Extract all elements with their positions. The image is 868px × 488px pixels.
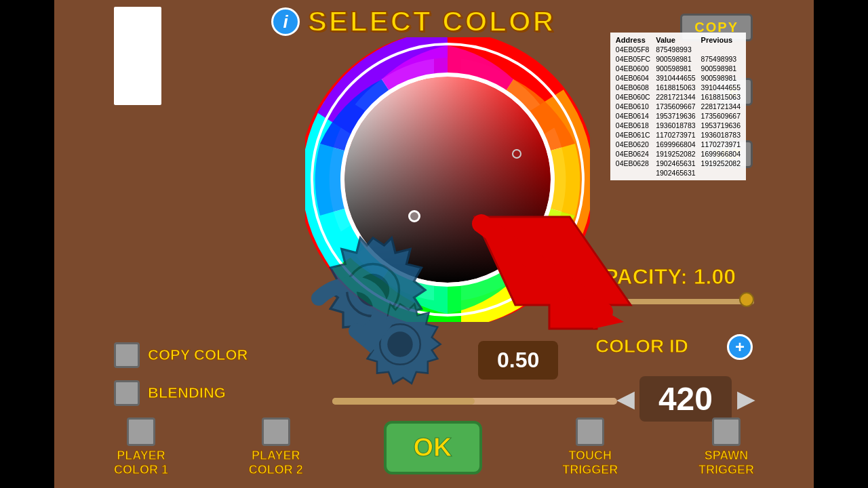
color-id-value: 420: [639, 376, 732, 422]
player-color-1-label: PLAYERCOLOR 1: [114, 449, 168, 478]
memory-cell: 04EB060C: [613, 92, 653, 102]
bottom-row: PLAYERCOLOR 1 PLAYERCOLOR 2 OK TOUCHTRIG…: [114, 418, 754, 478]
color-id-plus-button[interactable]: +: [727, 334, 753, 360]
memory-cell: [698, 168, 743, 178]
blending-slider[interactable]: [332, 395, 617, 407]
gear-icon-container: .gear { fill: #1E5C8A; stroke: #0D3A5C; …: [237, 197, 468, 427]
spawn-trigger-checkbox[interactable]: [712, 418, 741, 446]
memory-cell: [698, 45, 743, 54]
memory-row: 04EB060816188150633910444655: [613, 83, 743, 92]
info-icon[interactable]: i: [271, 7, 300, 36]
memory-address-table: Address Value Previous 04EB05F8875498993…: [613, 35, 743, 178]
memory-cell: 3910444655: [698, 83, 743, 92]
checkbox-area: COPY COLOR BLENDING: [114, 342, 248, 418]
memory-cell: 1735609667: [653, 102, 698, 111]
blending-track: [332, 398, 617, 405]
blending-value-box: 0.50: [478, 341, 558, 380]
col-previous: Previous: [698, 35, 743, 45]
touch-trigger-item: TOUCHTRIGGER: [562, 418, 618, 478]
memory-cell: 900598981: [698, 73, 743, 83]
memory-row: 04EB061017356096672281721344: [613, 102, 743, 111]
blending-label: BLENDING: [148, 384, 226, 402]
hue-indicator[interactable]: [512, 149, 521, 159]
player-color-2-label: PLAYERCOLOR 2: [249, 449, 303, 478]
blending-checkbox[interactable]: [114, 380, 140, 406]
memory-cell: 04EB05FC: [613, 54, 653, 64]
memory-cell: 875498993: [698, 54, 743, 64]
copy-color-checkbox[interactable]: [114, 342, 140, 368]
memory-cell: 04EB0600: [613, 64, 653, 73]
memory-row: 04EB05FC900598981875498993: [613, 54, 743, 64]
memory-row: 04EB061C11702739711936018783: [613, 130, 743, 140]
memory-cell: 1936018783: [653, 121, 698, 130]
memory-row: 04EB062419192520821699966804: [613, 149, 743, 159]
memory-cell: 1902465631: [653, 168, 698, 178]
right-black-bar: [814, 0, 868, 488]
col-value: Value: [653, 35, 698, 45]
touch-trigger-checkbox[interactable]: [576, 418, 604, 446]
player-color-1-item: PLAYERCOLOR 1: [114, 418, 168, 478]
memory-cell: 1699966804: [698, 149, 743, 159]
page-title: SELECT COLOR: [308, 5, 555, 38]
opacity-thumb[interactable]: [739, 292, 754, 307]
memory-cell: 1699966804: [653, 140, 698, 149]
memory-cell: 3910444655: [653, 73, 698, 83]
memory-cell: [613, 168, 653, 178]
memory-cell: 1618815063: [653, 83, 698, 92]
copy-color-row: COPY COLOR: [114, 342, 248, 368]
opacity-track: [564, 299, 754, 304]
memory-row: 04EB061819360187831953719636: [613, 121, 743, 130]
svg-point-14: [387, 331, 412, 357]
memory-cell: 1953719636: [698, 121, 743, 130]
ok-button[interactable]: OK: [384, 421, 482, 474]
memory-cell: 04EB0610: [613, 102, 653, 111]
memory-cell: 1170273971: [698, 140, 743, 149]
opacity-slider[interactable]: [564, 296, 754, 307]
memory-cell: 1170273971: [653, 130, 698, 140]
memory-cell: 2281721344: [653, 92, 698, 102]
copy-color-label: COPY COLOR: [148, 346, 248, 364]
memory-cell: 04EB0604: [613, 73, 653, 83]
memory-cell: 1919252082: [653, 149, 698, 159]
spawn-trigger-label: SPAWNTRIGGER: [698, 449, 754, 478]
color-id-next-button[interactable]: ▶: [737, 386, 754, 412]
memory-row: 04EB060C22817213441618815063: [613, 92, 743, 102]
opacity-label: OPACITY: 1.00: [587, 264, 736, 289]
memory-cell: 900598981: [698, 64, 743, 73]
memory-cell: 04EB0628: [613, 159, 653, 168]
color-id-prev-button[interactable]: ◀: [617, 386, 634, 412]
player-color-1-checkbox[interactable]: [127, 418, 155, 446]
memory-cell: 1618815063: [698, 92, 743, 102]
gear-svg: .gear { fill: #1E5C8A; stroke: #0D3A5C; …: [237, 197, 468, 427]
memory-row: 04EB06043910444655900598981: [613, 73, 743, 83]
cheat-engine-table: Address Value Previous 04EB05F8875498993…: [610, 33, 746, 180]
color-id-nav: ◀ 420 ▶: [617, 376, 754, 422]
touch-trigger-label: TOUCHTRIGGER: [562, 449, 618, 478]
memory-cell: 900598981: [653, 54, 698, 64]
memory-row: 04EB061419537196361735609667: [613, 111, 743, 121]
main-background: i SELECT COLOR: [54, 0, 814, 488]
memory-row: 04EB062016999668041170273971: [613, 140, 743, 149]
memory-cell: 04EB0624: [613, 149, 653, 159]
memory-cell: 1936018783: [698, 130, 743, 140]
white-preview-rect: [114, 7, 161, 105]
left-black-bar: [0, 0, 54, 488]
opacity-fill: [564, 299, 754, 304]
memory-cell: 04EB0614: [613, 111, 653, 121]
memory-cell: 04EB0618: [613, 121, 653, 130]
memory-cell: 04EB0620: [613, 140, 653, 149]
blending-row: BLENDING: [114, 380, 248, 406]
memory-cell: 1902465631: [653, 159, 698, 168]
memory-row: 04EB05F8875498993: [613, 45, 743, 54]
memory-row: 04EB0600900598981900598981: [613, 64, 743, 73]
title-area: i SELECT COLOR: [271, 5, 555, 38]
memory-cell: 04EB05F8: [613, 45, 653, 54]
memory-cell: 04EB0608: [613, 83, 653, 92]
memory-cell: 1919252082: [698, 159, 743, 168]
memory-cell: 1735609667: [698, 111, 743, 121]
memory-row: 1902465631: [613, 168, 743, 178]
memory-cell: 900598981: [653, 64, 698, 73]
player-color-2-checkbox[interactable]: [262, 418, 290, 446]
memory-cell: 1953719636: [653, 111, 698, 121]
col-address: Address: [613, 35, 653, 45]
